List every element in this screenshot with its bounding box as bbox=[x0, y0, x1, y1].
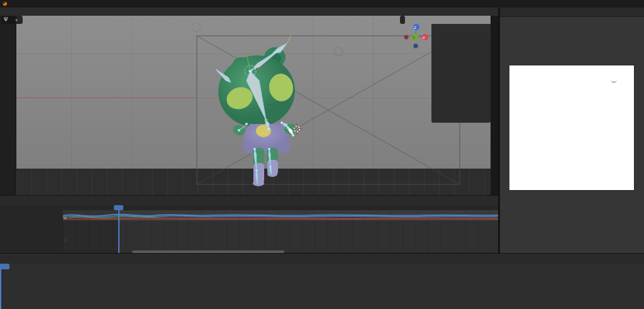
dope-sheet-header bbox=[0, 196, 498, 206]
axis-y-label: Y bbox=[412, 36, 415, 40]
dope-sheet: ◉ ◌ bbox=[0, 195, 498, 254]
axis-x-label: X bbox=[423, 36, 425, 40]
empty-circle bbox=[334, 47, 343, 56]
bone-axis-y-label: Y bbox=[243, 49, 246, 53]
blender-logo-icon[interactable]: ◕ bbox=[3, 1, 7, 6]
image-editor bbox=[500, 8, 644, 253]
viewport-header: Ψ ▼ bbox=[1, 16, 23, 24]
viewport-toolbar bbox=[0, 16, 16, 195]
blender-window: ◕ bbox=[0, 0, 644, 309]
tool-settings-bar bbox=[0, 8, 498, 16]
image-editor-header bbox=[500, 8, 644, 17]
current-frame-pill[interactable] bbox=[114, 205, 123, 210]
axis-z-label: Z bbox=[414, 26, 416, 30]
dope-sheet-ruler[interactable] bbox=[0, 205, 498, 210]
n-panel-tabs bbox=[491, 16, 498, 195]
playhead-line[interactable] bbox=[118, 205, 119, 253]
timeline-header bbox=[0, 254, 644, 264]
timeline bbox=[0, 253, 644, 309]
scene-canvas[interactable]: Y Z X bbox=[0, 16, 498, 195]
playhead-line[interactable] bbox=[0, 264, 1, 309]
editor-divider[interactable] bbox=[498, 8, 500, 253]
dope-sheet-channels bbox=[0, 210, 63, 252]
texture-image[interactable] bbox=[509, 65, 634, 190]
add-workspace-button[interactable] bbox=[14, 3, 22, 4]
viewport-3d[interactable]: Y Z X bbox=[0, 16, 498, 195]
timeline-body[interactable] bbox=[0, 264, 644, 309]
empty-circle bbox=[192, 23, 201, 31]
channel-extra-icon: ◉ bbox=[64, 216, 67, 220]
dope-sheet-keys-area[interactable]: ◉ ◌ bbox=[63, 210, 498, 252]
n-panel bbox=[431, 24, 491, 123]
pose-mode-icon: Ψ bbox=[4, 18, 8, 23]
channel-extra-icon: ◌ bbox=[64, 238, 67, 242]
viewport-shading-cluster bbox=[400, 16, 405, 24]
current-frame-pill[interactable] bbox=[0, 264, 9, 269]
chevron-down-icon: ▼ bbox=[15, 18, 18, 22]
fcurve-preview bbox=[63, 210, 498, 222]
smile-mark bbox=[611, 78, 617, 82]
nav-gizmo[interactable]: Z X Y bbox=[404, 24, 428, 48]
